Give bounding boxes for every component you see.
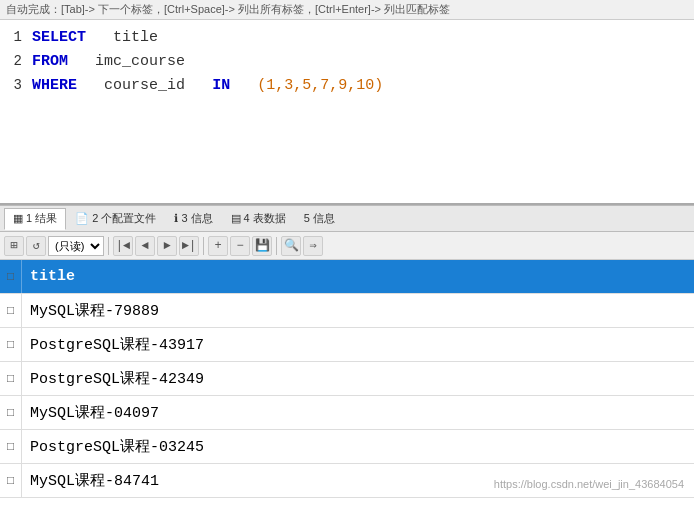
row-value-3: PostgreSQL课程-42349 bbox=[22, 365, 694, 392]
prev-row-button[interactable]: ◄ bbox=[135, 236, 155, 256]
grid-header-row: □ title bbox=[0, 260, 694, 294]
sql-editor[interactable]: 1 SELECT title 2 FROM imc_course 3 WHERE… bbox=[0, 20, 694, 205]
info-icon: ℹ bbox=[174, 212, 178, 225]
column-course-id: course_id bbox=[104, 77, 185, 94]
in-values: 1,3,5,7,9,10 bbox=[266, 77, 374, 94]
tab-extra-info[interactable]: 5 信息 bbox=[295, 208, 344, 230]
keyword-where: WHERE bbox=[32, 77, 77, 94]
paren-close: ) bbox=[374, 77, 383, 94]
space bbox=[86, 77, 95, 94]
results-icon: ▦ bbox=[13, 212, 23, 225]
save-button[interactable]: 💾 bbox=[252, 236, 272, 256]
tab-profiles-label: 2 个配置文件 bbox=[92, 211, 156, 226]
space bbox=[77, 53, 86, 70]
table-name: imc_course bbox=[95, 53, 185, 70]
tab-info-label: 3 信息 bbox=[181, 211, 212, 226]
table-row[interactable]: □ MySQL课程-79889 bbox=[0, 294, 694, 328]
tab-table-label: 4 表数据 bbox=[244, 211, 286, 226]
code-content-3: WHERE course_id IN (1,3,5,7,9,10) bbox=[32, 74, 694, 98]
separator-1 bbox=[108, 237, 109, 255]
next-row-button[interactable]: ► bbox=[157, 236, 177, 256]
tab-table-data[interactable]: ▤ 4 表数据 bbox=[222, 208, 295, 230]
table-row[interactable]: □ PostgreSQL课程-42349 bbox=[0, 362, 694, 396]
code-line-1: 1 SELECT title bbox=[0, 26, 694, 50]
header-title-cell: title bbox=[22, 264, 694, 289]
profiles-icon: 📄 bbox=[75, 212, 89, 225]
keyword-in: IN bbox=[212, 77, 230, 94]
row-value-1: MySQL课程-79889 bbox=[22, 297, 694, 324]
header-checkbox[interactable]: □ bbox=[0, 260, 22, 293]
row-value-2: PostgreSQL课程-43917 bbox=[22, 331, 694, 358]
delete-row-button[interactable]: − bbox=[230, 236, 250, 256]
row-value-4: MySQL课程-04097 bbox=[22, 399, 694, 426]
results-panel: ▦ 1 结果 📄 2 个配置文件 ℹ 3 信息 ▤ 4 表数据 5 信息 ⊞ ↺… bbox=[0, 205, 694, 498]
table-row[interactable]: □ MySQL课程-84741 bbox=[0, 464, 694, 498]
row-checkbox-6[interactable]: □ bbox=[0, 464, 22, 497]
space bbox=[239, 77, 248, 94]
table-row[interactable]: □ PostgreSQL课程-03245 bbox=[0, 430, 694, 464]
keyword-select: SELECT bbox=[32, 29, 86, 46]
separator-2 bbox=[203, 237, 204, 255]
row-value-6: MySQL课程-84741 bbox=[22, 467, 694, 494]
results-toolbar: ⊞ ↺ (只读) |◄ ◄ ► ►| + − 💾 🔍 ⇒ bbox=[0, 232, 694, 260]
table-row[interactable]: □ PostgreSQL课程-43917 bbox=[0, 328, 694, 362]
code-line-3: 3 WHERE course_id IN (1,3,5,7,9,10) bbox=[0, 74, 694, 98]
last-row-button[interactable]: ►| bbox=[179, 236, 199, 256]
first-row-button[interactable]: |◄ bbox=[113, 236, 133, 256]
tab-extra-label: 5 信息 bbox=[304, 211, 335, 226]
filter-button[interactable]: 🔍 bbox=[281, 236, 301, 256]
row-checkbox-4[interactable]: □ bbox=[0, 396, 22, 429]
row-value-5: PostgreSQL课程-03245 bbox=[22, 433, 694, 460]
space bbox=[194, 77, 203, 94]
code-content-2: FROM imc_course bbox=[32, 50, 694, 74]
tab-bar: ▦ 1 结果 📄 2 个配置文件 ℹ 3 信息 ▤ 4 表数据 5 信息 bbox=[0, 206, 694, 232]
tab-results-label: 1 结果 bbox=[26, 211, 57, 226]
line-number-3: 3 bbox=[0, 74, 32, 96]
add-row-button[interactable]: + bbox=[208, 236, 228, 256]
tab-info[interactable]: ℹ 3 信息 bbox=[165, 208, 221, 230]
space bbox=[95, 29, 104, 46]
row-checkbox-3[interactable]: □ bbox=[0, 362, 22, 395]
paren-open: ( bbox=[257, 77, 266, 94]
line-number-1: 1 bbox=[0, 26, 32, 48]
tab-profiles[interactable]: 📄 2 个配置文件 bbox=[66, 208, 165, 230]
grid-view-button[interactable]: ⊞ bbox=[4, 236, 24, 256]
autocomplete-hint-bar: 自动完成：[Tab]-> 下一个标签，[Ctrl+Space]-> 列出所有标签… bbox=[0, 0, 694, 20]
readonly-select[interactable]: (只读) bbox=[48, 236, 104, 256]
tab-results[interactable]: ▦ 1 结果 bbox=[4, 208, 66, 230]
row-checkbox-2[interactable]: □ bbox=[0, 328, 22, 361]
code-line-2: 2 FROM imc_course bbox=[0, 50, 694, 74]
table-row[interactable]: □ MySQL课程-04097 bbox=[0, 396, 694, 430]
line-number-2: 2 bbox=[0, 50, 32, 72]
column-title: title bbox=[113, 29, 158, 46]
code-content-1: SELECT title bbox=[32, 26, 694, 50]
hint-text: 自动完成：[Tab]-> 下一个标签，[Ctrl+Space]-> 列出所有标签… bbox=[6, 3, 450, 15]
keyword-from: FROM bbox=[32, 53, 68, 70]
row-checkbox-5[interactable]: □ bbox=[0, 430, 22, 463]
table-icon: ▤ bbox=[231, 212, 241, 225]
export-button[interactable]: ⇒ bbox=[303, 236, 323, 256]
row-checkbox-1[interactable]: □ bbox=[0, 294, 22, 327]
refresh-button[interactable]: ↺ bbox=[26, 236, 46, 256]
data-grid: □ title □ MySQL课程-79889 □ PostgreSQL课程-4… bbox=[0, 260, 694, 498]
separator-3 bbox=[276, 237, 277, 255]
